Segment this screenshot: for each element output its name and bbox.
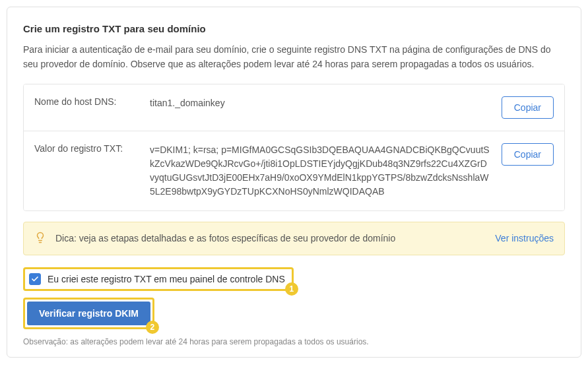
confirm-checkbox-row: Eu criei este registro TXT em meu painel… (23, 267, 294, 291)
copy-host-button[interactable]: Copiar (502, 96, 554, 119)
verify-row: Verificar registro DKIM 2 (23, 298, 154, 329)
lightbulb-icon (34, 232, 46, 245)
txt-value: v=DKIM1; k=rsa; p=MIGfMA0GCSqGSIb3DQEBAQ… (150, 143, 502, 199)
confirm-checkbox[interactable] (29, 273, 41, 285)
txt-label: Valor do registro TXT: (34, 143, 150, 154)
host-row: Nome do host DNS: titan1._domainkey Copi… (24, 84, 564, 131)
host-label: Nome do host DNS: (34, 96, 150, 107)
hint-box: Dica: veja as etapas detalhadas e as fot… (23, 222, 565, 255)
step-badge-1: 1 (285, 282, 298, 296)
verify-button[interactable]: Verificar registro DKIM (27, 302, 150, 325)
host-value: titan1._domainkey (150, 96, 502, 110)
dns-record-box: Nome do host DNS: titan1._domainkey Copi… (23, 84, 565, 211)
copy-txt-button[interactable]: Copiar (502, 143, 554, 166)
panel-description: Para iniciar a autenticação de e-mail pa… (23, 42, 565, 72)
hint-link[interactable]: Ver instruções (495, 233, 554, 243)
footer-note: Observação: as alterações podem levar at… (23, 337, 565, 346)
step-badge-2: 2 (146, 321, 159, 334)
dkim-setup-panel: Crie um registro TXT para seu domínio Pa… (7, 7, 581, 358)
panel-title: Crie um registro TXT para seu domínio (23, 23, 565, 34)
txt-row: Valor do registro TXT: v=DKIM1; k=rsa; p… (24, 131, 564, 210)
confirm-checkbox-label[interactable]: Eu criei este registro TXT em meu painel… (48, 274, 285, 284)
hint-text: Dica: veja as etapas detalhadas e as fot… (55, 233, 484, 243)
check-icon (31, 275, 39, 283)
